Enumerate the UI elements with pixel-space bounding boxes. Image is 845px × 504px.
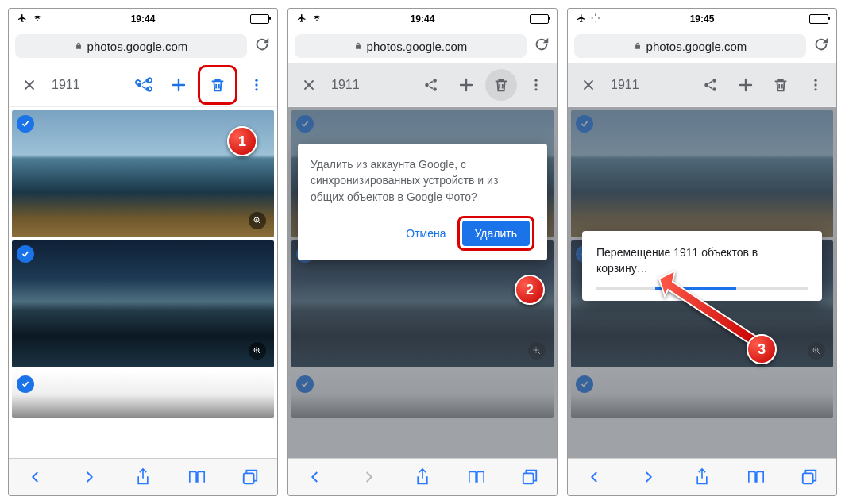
- lock-icon: [75, 41, 83, 51]
- selection-toolbar: 1911: [568, 63, 836, 107]
- share-button[interactable]: [128, 69, 160, 101]
- share-button: [695, 69, 727, 101]
- airplane-mode-icon: [576, 13, 587, 25]
- bookmarks-button[interactable]: [183, 464, 210, 491]
- screenshot-2: 19:44 photos.google.com 1911 Удалить из …: [287, 8, 558, 496]
- zoom-icon: [528, 342, 546, 360]
- lock-icon: [354, 41, 362, 51]
- wifi-icon: [32, 13, 43, 25]
- svg-rect-8: [244, 473, 254, 483]
- trash-button[interactable]: [485, 69, 517, 101]
- url-text: photos.google.com: [646, 40, 747, 53]
- safari-address-bar: photos.google.com: [568, 29, 836, 63]
- url-pill[interactable]: photos.google.com: [295, 34, 527, 58]
- selection-toolbar: 1911: [9, 63, 277, 107]
- lock-icon: [634, 41, 642, 51]
- add-to-button[interactable]: [450, 69, 482, 101]
- selected-check-icon: [296, 375, 314, 393]
- svg-point-27: [813, 348, 818, 352]
- svg-rect-18: [596, 21, 596, 23]
- tabs-button[interactable]: [516, 464, 543, 491]
- trash-button-highlight: [198, 65, 237, 105]
- delete-button[interactable]: Удалить: [462, 221, 530, 246]
- cancel-button[interactable]: Отмена: [403, 221, 449, 246]
- safari-bottom-bar: [288, 458, 557, 495]
- svg-rect-16: [523, 473, 534, 483]
- safari-bottom-bar: [9, 458, 277, 495]
- tabs-button[interactable]: [796, 464, 823, 491]
- screenshot-3: 19:45 photos.google.com 1911 Перемещение…: [567, 8, 837, 496]
- airplane-mode-icon: [17, 13, 28, 25]
- svg-rect-20: [598, 17, 600, 18]
- svg-marker-29: [659, 271, 762, 348]
- selection-count: 1911: [611, 78, 639, 92]
- photo-thumbnail: [571, 371, 833, 418]
- bookmarks-button[interactable]: [743, 464, 770, 491]
- bookmarks-button[interactable]: [463, 464, 490, 491]
- back-button[interactable]: [22, 464, 49, 491]
- battery-icon: [530, 14, 549, 24]
- add-to-button[interactable]: [163, 69, 195, 101]
- share-button[interactable]: [415, 69, 447, 101]
- status-bar: 19:44: [9, 9, 277, 29]
- url-pill[interactable]: photos.google.com: [15, 34, 247, 58]
- zoom-icon: [808, 342, 825, 360]
- svg-point-1: [145, 79, 149, 83]
- selected-check-icon: [17, 375, 34, 393]
- svg-rect-17: [596, 13, 596, 16]
- reload-icon[interactable]: [812, 36, 830, 56]
- screenshot-1: 19:44 photos.google.com 1911 1: [8, 8, 278, 496]
- airplane-mode-icon: [296, 13, 307, 25]
- forward-button[interactable]: [635, 464, 662, 491]
- status-bar: 19:45: [568, 9, 836, 29]
- zoom-icon[interactable]: [249, 342, 266, 360]
- close-selection-button[interactable]: [14, 69, 45, 101]
- selected-check-icon: [576, 115, 593, 133]
- battery-icon: [250, 14, 269, 24]
- close-selection-button[interactable]: [293, 69, 325, 101]
- photo-thumbnail[interactable]: [12, 240, 274, 367]
- status-bar: 19:44: [288, 9, 557, 29]
- delete-button-highlight: Удалить: [457, 216, 534, 251]
- svg-point-15: [534, 348, 538, 352]
- svg-point-23: [712, 87, 716, 91]
- forward-button: [355, 464, 382, 491]
- reload-icon[interactable]: [533, 36, 550, 56]
- zoom-icon[interactable]: [249, 212, 266, 229]
- tabs-button[interactable]: [237, 464, 264, 491]
- safari-share-button[interactable]: [689, 464, 716, 491]
- delete-confirm-popover: Удалить из аккаунта Google, с синхронизи…: [298, 144, 547, 260]
- overflow-menu-button: [800, 69, 831, 101]
- back-button[interactable]: [302, 464, 329, 491]
- svg-point-25: [814, 83, 816, 86]
- safari-share-button[interactable]: [409, 464, 436, 491]
- svg-point-9: [425, 83, 429, 87]
- svg-point-14: [534, 88, 537, 90]
- url-text: photos.google.com: [367, 40, 468, 53]
- svg-point-4: [255, 83, 257, 86]
- url-pill[interactable]: photos.google.com: [574, 34, 806, 58]
- photo-thumbnail: [571, 110, 833, 237]
- svg-point-2: [145, 87, 149, 91]
- selection-toolbar: 1911: [288, 63, 557, 107]
- safari-share-button[interactable]: [129, 464, 156, 491]
- forward-button[interactable]: [75, 464, 102, 491]
- svg-point-10: [433, 79, 437, 83]
- photo-thumbnail[interactable]: [12, 371, 274, 418]
- overflow-menu-button[interactable]: [520, 69, 552, 101]
- url-text: photos.google.com: [87, 40, 188, 53]
- photo-thumbnail: [291, 371, 554, 418]
- photo-grid[interactable]: [9, 107, 277, 458]
- safari-address-bar: photos.google.com: [9, 29, 277, 63]
- selected-check-icon: [296, 115, 314, 133]
- svg-point-12: [534, 79, 537, 82]
- back-button[interactable]: [581, 464, 608, 491]
- wifi-icon: [311, 13, 322, 25]
- svg-rect-19: [592, 17, 594, 18]
- overflow-menu-button[interactable]: [241, 69, 272, 101]
- reload-icon[interactable]: [253, 36, 271, 56]
- add-to-button: [730, 69, 762, 101]
- selection-count: 1911: [52, 78, 80, 92]
- selected-check-icon: [576, 375, 593, 393]
- trash-button[interactable]: [202, 69, 233, 101]
